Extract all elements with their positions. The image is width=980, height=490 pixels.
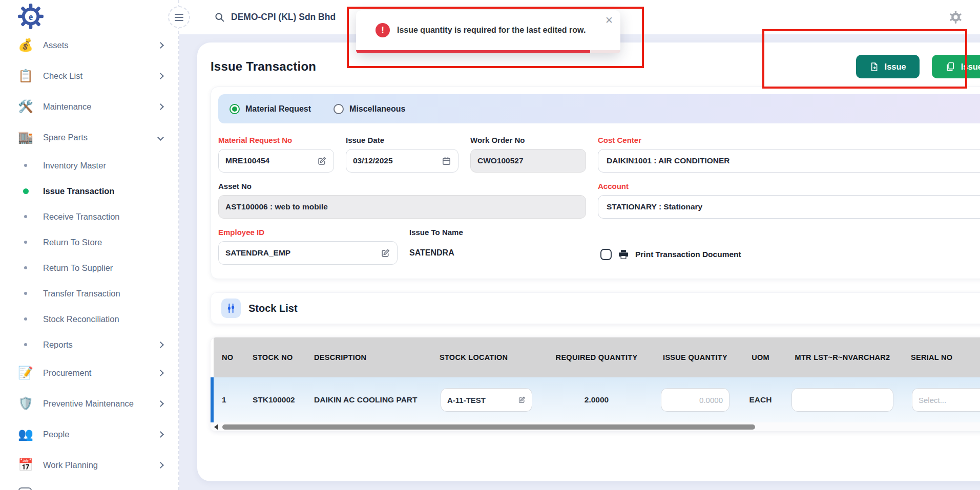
sidebar-item-transfer-transaction[interactable]: Transfer Transaction	[0, 281, 178, 306]
sidebar: e 💰 Assets 📋 Check List 🛠️ Maintenance 🏬	[0, 0, 179, 490]
calendar-icon[interactable]	[442, 156, 451, 166]
edit-pencil-icon[interactable]	[518, 395, 526, 404]
mtr-lst-input[interactable]	[798, 396, 887, 404]
asset-no-field: AST100006 : web to mobile	[218, 195, 586, 219]
warehouse-icon: 🏬	[15, 131, 36, 143]
table-row: 1 STK100002 DAIKIN AC COOLING PART	[211, 377, 980, 422]
col-stock-location: STOCK LOCATION	[431, 353, 541, 361]
sidebar-item-label: Issue Transaction	[43, 186, 163, 196]
toast-close-icon[interactable]: ✕	[605, 15, 613, 25]
sidebar-item-reports[interactable]: Reports	[0, 332, 178, 357]
print-checkbox-label: Print Transaction Document	[635, 250, 741, 259]
company-name: DEMO-CPI (KL) Sdn Bhd	[231, 12, 336, 23]
col-issue-quantity: ISSUE QUANTITY	[652, 353, 739, 361]
sidebar-toggle-button[interactable]	[168, 6, 190, 28]
sidebar-item-people[interactable]: 👥 People	[0, 419, 178, 450]
bullet-icon	[15, 164, 36, 167]
horizontal-scrollbar[interactable]	[211, 422, 980, 431]
sidebar-item-label: Transfer Transaction	[43, 289, 163, 299]
serial-no-select[interactable]	[919, 396, 980, 404]
scrollbar-thumb[interactable]	[222, 424, 755, 430]
sidebar-item-label: Work Planning	[43, 460, 158, 470]
employee-id-input-wrap	[218, 241, 398, 265]
bullet-icon	[15, 215, 36, 218]
form-row-3: Employee ID Issue To Name S	[218, 228, 980, 266]
toast-message: Issue quantity is required for the last …	[397, 26, 586, 35]
edit-pencil-icon[interactable]	[317, 156, 327, 166]
sidebar-item-work-planning[interactable]: 📅 Work Planning	[0, 450, 178, 480]
col-description: DESCRIPTION	[306, 353, 431, 361]
search-icon	[214, 12, 225, 23]
topbar-right: ER	[949, 5, 980, 30]
stock-list-title: Stock List	[248, 303, 298, 314]
app-logo[interactable]: e	[0, 0, 178, 30]
employee-id-input[interactable]	[225, 248, 377, 258]
cell-issue-quantity	[652, 388, 739, 412]
field-work-order-no: Work Order No CWO100527	[470, 136, 586, 173]
bullet-icon	[15, 241, 36, 244]
issue-quantity-input[interactable]	[668, 396, 723, 404]
scroll-left-arrow-icon[interactable]	[214, 424, 218, 430]
cost-center-value: DAIKIN1001 : AIR CONDITIONER	[607, 156, 730, 165]
issue-button[interactable]: Issue	[856, 55, 920, 78]
issue-all-button[interactable]: Issue All	[932, 55, 980, 78]
field-account: Account STATIONARY : Stationary	[598, 182, 980, 219]
cost-center-select[interactable]: DAIKIN1001 : AIR CONDITIONER	[598, 149, 980, 173]
svg-text:e: e	[29, 11, 33, 22]
chevron-right-icon	[157, 431, 164, 438]
sidebar-item-return-to-store[interactable]: Return To Store	[0, 229, 178, 255]
transaction-form: Material Request Miscellaneous Material …	[211, 87, 980, 279]
sidebar-item-spare-parts[interactable]: 🏬 Spare Parts	[0, 122, 178, 153]
bullet-icon	[15, 343, 36, 346]
toast-progress-bar	[356, 50, 620, 53]
partial-sidebar-icon	[18, 487, 32, 490]
bullet-icon	[15, 266, 36, 269]
sidebar-item-check-list[interactable]: 📋 Check List	[0, 60, 178, 91]
global-search[interactable]: DEMO-CPI (KL) Sdn Bhd	[214, 12, 336, 23]
issue-button-label: Issue	[885, 62, 906, 72]
material-request-no-input[interactable]	[225, 156, 313, 165]
stock-table-header: NO STOCK NO DESCRIPTION STOCK LOCATION R…	[211, 337, 980, 377]
shield-warning-icon: 🛡️	[15, 397, 36, 410]
field-label: Employee ID	[218, 228, 398, 237]
form-row-1: Material Request No Issue Date	[218, 136, 980, 173]
col-required-quantity: REQUIRED QUANTITY	[541, 353, 652, 361]
print-transaction-row: Print Transaction Document	[590, 243, 980, 266]
account-select[interactable]: STATIONARY : Stationary	[598, 195, 980, 219]
edit-pencil-icon[interactable]	[381, 248, 390, 258]
sidebar-item-return-to-supplier[interactable]: Return To Supplier	[0, 255, 178, 281]
settings-gear-icon[interactable]	[949, 10, 963, 24]
print-checkbox[interactable]	[600, 249, 612, 260]
sidebar-item-receive-transaction[interactable]: Receive Transaction	[0, 204, 178, 229]
cell-serial-no	[903, 388, 980, 412]
account-value: STATIONARY : Stationary	[607, 202, 702, 211]
stock-location-input[interactable]	[447, 396, 514, 404]
sidebar-item-issue-transaction[interactable]: Issue Transaction	[0, 178, 178, 204]
sidebar-item-preventive-maintenance[interactable]: 🛡️ Preventive Maintenance	[0, 388, 178, 419]
title-row: Issue Transaction Issue Issu	[211, 54, 980, 79]
active-dot-icon	[15, 188, 36, 194]
sidebar-item-procurement[interactable]: 📝 Procurement	[0, 357, 178, 388]
sidebar-item-maintenance[interactable]: 🛠️ Maintenance	[0, 91, 178, 122]
sidebar-item-assets[interactable]: 💰 Assets	[0, 30, 178, 60]
radio-unselected-icon	[333, 104, 344, 114]
sidebar-item-inventory-master[interactable]: Inventory Master	[0, 153, 178, 178]
radio-miscellaneous[interactable]: Miscellaneous	[333, 104, 405, 114]
field-material-request-no: Material Request No	[218, 136, 334, 173]
sidebar-item-stock-reconciliation[interactable]: Stock Reconciliation	[0, 306, 178, 332]
content-area: Issue Transaction Issue Issu	[179, 34, 980, 490]
field-label: Issue To Name	[409, 228, 578, 237]
col-mtr-lst: MTR LST~R~NVARCHAR2	[782, 353, 903, 361]
stock-list-icon-box	[221, 299, 241, 318]
cell-uom: EACH	[739, 395, 782, 404]
sidebar-item-label: Check List	[43, 71, 158, 81]
stock-table-scroll: NO STOCK NO DESCRIPTION STOCK LOCATION R…	[211, 337, 980, 422]
radio-material-request[interactable]: Material Request	[230, 104, 311, 114]
error-exclamation-icon: !	[376, 23, 390, 37]
chevron-right-icon	[157, 370, 164, 376]
sidebar-item-label: Reports	[43, 340, 158, 350]
issue-quantity-input-wrap	[661, 388, 729, 412]
issue-date-input[interactable]	[353, 156, 437, 165]
radio-label: Material Request	[245, 104, 311, 114]
document-export-icon	[869, 62, 879, 72]
